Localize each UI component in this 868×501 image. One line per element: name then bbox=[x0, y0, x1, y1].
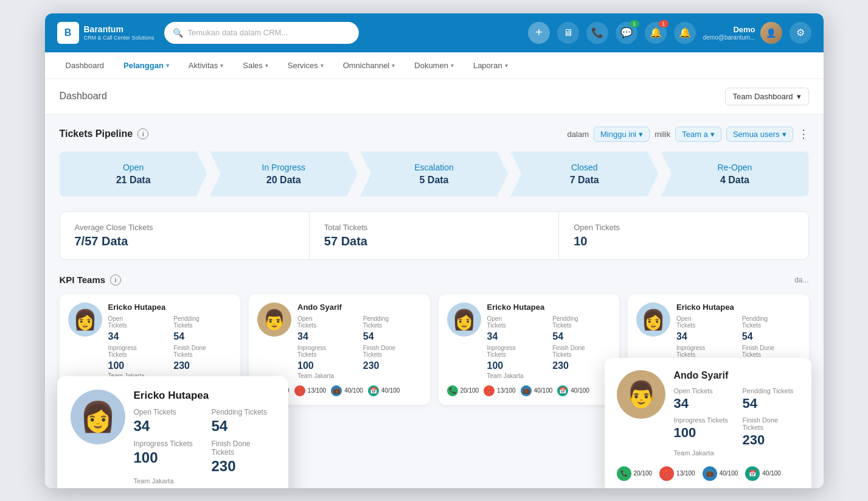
secondary-nav: Dashboard Pelanggan ▾ Aktivitas ▾ Sales … bbox=[45, 52, 824, 79]
stage-name: Escalation bbox=[372, 163, 496, 172]
chevron-down-icon: ▾ bbox=[166, 62, 169, 69]
page-title: Dashboard bbox=[60, 91, 107, 102]
gear-icon: ⚙ bbox=[796, 27, 805, 38]
pipeline-info-icon[interactable]: i bbox=[137, 128, 148, 139]
stage-name: Closed bbox=[523, 163, 646, 172]
open-label: OpenTickets bbox=[108, 315, 167, 329]
notif3-button[interactable]: 🔔 bbox=[674, 22, 696, 44]
pending-label: PenddingTickets bbox=[173, 315, 232, 329]
chevron-down-icon: ▾ bbox=[321, 62, 324, 69]
app-subtitle: CRM & Call Center Solutions bbox=[84, 35, 155, 41]
nav-icons: + 🖥 📞 💬 1 🔔 1 🔔 Demo demo@ bbox=[528, 22, 811, 44]
pipeline-stage-reopen: Re-Open 4 Data bbox=[661, 152, 808, 197]
team-tag: Team Jakarta bbox=[487, 373, 611, 379]
expanded-metrics: 📞20/100 📍13/100 💼40/100 📅40/100 bbox=[617, 466, 799, 481]
logo-text: Barantum CRM & Call Center Solutions bbox=[84, 24, 155, 41]
more-options-icon[interactable]: ⋮ bbox=[798, 127, 809, 141]
metric-phone: 📞20/100 bbox=[617, 466, 653, 481]
agent-row: 👩 Ericko Hutapea OpenTickets PenddingTic… bbox=[447, 303, 611, 379]
nav-aktivitas[interactable]: Aktivitas ▾ bbox=[180, 56, 232, 75]
popup-avatar: 👩 bbox=[71, 390, 125, 444]
nav-pelanggan[interactable]: Pelanggan ▾ bbox=[115, 56, 178, 75]
search-icon: 🔍 bbox=[173, 28, 183, 38]
chevron-down-icon: ▾ bbox=[505, 62, 508, 69]
monitor-button[interactable]: 🖥 bbox=[557, 22, 579, 44]
stat-label: Total Tickets bbox=[324, 223, 544, 232]
pending-val: 54 bbox=[173, 331, 232, 342]
stat-value: 7/57 Data bbox=[75, 234, 294, 248]
chevron-down-icon: ▾ bbox=[392, 62, 395, 69]
nav-dokumen[interactable]: Dokumen ▾ bbox=[406, 56, 462, 75]
agent-stats: OpenTickets PenddingTickets 34 54 Inprog… bbox=[487, 315, 611, 371]
stage-name: Re-Open bbox=[673, 163, 796, 172]
monitor-icon: 🖥 bbox=[563, 27, 573, 38]
inprogress-label: InprogressTickets bbox=[108, 345, 167, 358]
nav-laporan[interactable]: Laporan ▾ bbox=[465, 56, 516, 75]
nav-dashboard[interactable]: Dashboard bbox=[57, 56, 113, 75]
metric-calendar: 📅40/100 bbox=[745, 466, 781, 481]
chat-icon: 💬 bbox=[620, 27, 633, 38]
popup-agent-name: Ericko Hutapea bbox=[134, 390, 275, 402]
popup-open: Open Tickets 34 bbox=[134, 408, 197, 435]
agent-name: Ericko Hutapea bbox=[676, 303, 800, 312]
expanded-finish: Finish Done Tickets 230 bbox=[743, 416, 799, 448]
expanded-inprogress: Inprogress Tickets 100 bbox=[674, 416, 731, 448]
stat-label: Average Close Tickets bbox=[75, 223, 294, 232]
users-filter[interactable]: Semua users ▾ bbox=[726, 127, 793, 142]
expanded-team: Team Jakarta bbox=[674, 449, 799, 457]
stage-name: In Progress bbox=[222, 163, 345, 172]
notif1-badge: 1 bbox=[630, 20, 639, 27]
user-name: Demo bbox=[703, 25, 755, 34]
nav-sales[interactable]: Sales ▾ bbox=[234, 56, 277, 75]
agent-info: Ericko Hutapea OpenTickets PenddingTicke… bbox=[487, 303, 611, 379]
metric-calendar: 📅40/100 bbox=[557, 385, 589, 396]
user-area: Demo demo@barantum... 👤 bbox=[703, 22, 782, 44]
team-tag: Team Jakarta bbox=[297, 373, 422, 379]
stat-open-tickets: Open Tickets 10 bbox=[559, 212, 808, 259]
agent-name: Ericko Hutapea bbox=[487, 303, 611, 312]
kpi-info-icon[interactable]: i bbox=[110, 275, 121, 286]
user-email: demo@barantum... bbox=[703, 34, 755, 41]
nav-omnichannel[interactable]: Omnichannel ▾ bbox=[335, 56, 404, 75]
expanded-open: Open Tickets 34 bbox=[674, 387, 731, 412]
notif1-button[interactable]: 💬 1 bbox=[616, 22, 637, 44]
search-bar[interactable]: 🔍 Temukan data dalam CRM... bbox=[164, 22, 359, 44]
finish-val: 230 bbox=[173, 360, 232, 371]
agent-avatar: 👩 bbox=[68, 303, 102, 337]
popup-inprogress: Inprogress Tickets 100 bbox=[134, 440, 197, 475]
search-placeholder: Temukan data dalam CRM... bbox=[188, 28, 288, 37]
stat-avg-close: Average Close Tickets 7/57 Data bbox=[60, 212, 310, 259]
popup-pending: Pendding Tickets 54 bbox=[212, 408, 275, 435]
agent-avatar: 👩 bbox=[447, 303, 481, 337]
metric-location: 📍13/100 bbox=[484, 385, 516, 396]
expanded-agent-name: Ando Syarif bbox=[674, 370, 799, 381]
popup-finish: Finish Done Tickets 230 bbox=[212, 440, 275, 475]
notif2-button[interactable]: 🔔 1 bbox=[645, 22, 667, 44]
logo-icon: B bbox=[57, 22, 79, 44]
nav-services[interactable]: Services ▾ bbox=[279, 56, 332, 75]
kpi-date: da... bbox=[794, 276, 808, 284]
stage-count: 21 Data bbox=[72, 175, 195, 186]
chevron-down-icon: ▾ bbox=[639, 130, 643, 139]
settings-button[interactable]: ⚙ bbox=[790, 22, 811, 44]
chevron-down-icon: ▾ bbox=[451, 62, 454, 69]
stage-count: 7 Data bbox=[523, 175, 646, 186]
notif2-badge: 1 bbox=[659, 20, 668, 27]
stage-count: 20 Data bbox=[222, 175, 345, 186]
team-filter[interactable]: Team a ▾ bbox=[675, 127, 721, 142]
add-button[interactable]: + bbox=[528, 22, 550, 44]
metric-case: 💼40/100 bbox=[703, 466, 738, 481]
chevron-down-icon: ▾ bbox=[265, 62, 268, 69]
stage-name: Open bbox=[72, 163, 195, 172]
finishdone-label: Finish DoneTickets bbox=[173, 345, 232, 358]
chevron-down-icon: ▾ bbox=[782, 130, 786, 139]
period-filter[interactable]: Minggu ini ▾ bbox=[594, 127, 650, 142]
stat-total-tickets: Total Tickets 57 Data bbox=[310, 212, 559, 259]
agent-stats: OpenTickets PenddingTickets 34 54 Inprog… bbox=[108, 315, 232, 371]
bell2-icon: 🔔 bbox=[679, 27, 691, 38]
agent-info: Ando Syarif OpenTickets PenddingTickets … bbox=[297, 303, 422, 379]
agent-name: Ericko Hutapea bbox=[108, 303, 232, 312]
agent-row: 👩 Ericko Hutapea OpenTickets PenddingTic… bbox=[68, 303, 232, 379]
team-dashboard-dropdown[interactable]: Team Dashboard ▾ bbox=[725, 88, 809, 105]
phone-button[interactable]: 📞 bbox=[586, 22, 608, 44]
